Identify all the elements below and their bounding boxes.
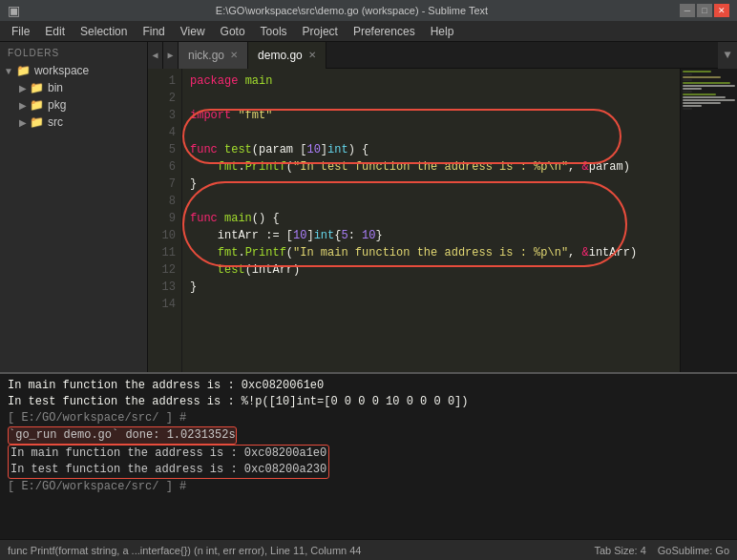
tab-nav-prev[interactable]: ◀ — [148, 42, 163, 69]
main-layout: FOLDERS ▼ 📁 workspace ▶ 📁 bin ▶ 📁 pkg ▶ … — [0, 42, 737, 560]
folder-icon-bin: 📁 — [30, 81, 44, 94]
tab-nav-next[interactable]: ▶ — [163, 42, 179, 69]
menu-project[interactable]: Project — [295, 23, 346, 40]
menu-file[interactable]: File — [4, 23, 37, 40]
menu-help[interactable]: Help — [423, 23, 462, 40]
expand-arrow-bin: ▶ — [19, 83, 27, 93]
menu-selection[interactable]: Selection — [73, 23, 135, 40]
code-content[interactable]: package main import "fmt" func test(para… — [182, 69, 680, 372]
sidebar-label-pkg: pkg — [48, 98, 66, 112]
tab-bar: ◀ ▶ nick.go ✕ demo.go ✕ ▼ — [148, 42, 737, 69]
sidebar-item-pkg[interactable]: ▶ 📁 pkg — [0, 96, 147, 114]
expand-arrow-pkg: ▶ — [19, 100, 27, 111]
status-right: Tab Size: 4 GoSublime: Go — [594, 545, 729, 556]
menu-bar: File Edit Selection Find View Goto Tools… — [0, 21, 737, 42]
sidebar-item-src[interactable]: ▶ 📁 src — [0, 114, 147, 131]
tab-dropdown[interactable]: ▼ — [718, 42, 737, 69]
sidebar-label-src: src — [48, 115, 63, 129]
tab-nick-go[interactable]: nick.go ✕ — [179, 42, 248, 69]
tab-nick-go-label: nick.go — [188, 49, 224, 62]
app-icon: ▣ — [8, 3, 20, 18]
expand-arrow-src: ▶ — [19, 117, 27, 128]
menu-preferences[interactable]: Preferences — [346, 23, 423, 40]
status-info: func Printf(format string, a ...interfac… — [8, 545, 362, 556]
syntax-indicator: GoSublime: Go — [658, 545, 729, 556]
minimize-button[interactable]: ─ — [680, 4, 695, 17]
tab-size-indicator: Tab Size: 4 — [594, 545, 645, 556]
terminal: In main function the address is : 0xc082… — [0, 372, 737, 539]
menu-view[interactable]: View — [173, 23, 213, 40]
tab-nick-go-close[interactable]: ✕ — [230, 50, 238, 60]
tab-demo-go-close[interactable]: ✕ — [308, 50, 316, 60]
folder-icon-src: 📁 — [30, 115, 44, 129]
menu-find[interactable]: Find — [135, 23, 172, 40]
status-bar: func Printf(format string, a ...interfac… — [0, 539, 737, 560]
maximize-button[interactable]: □ — [697, 4, 712, 17]
sidebar-label-bin: bin — [48, 81, 63, 94]
minimap-content — [681, 69, 737, 112]
sidebar-item-workspace[interactable]: ▼ 📁 workspace — [0, 62, 147, 79]
line-numbers: 1 2 3 4 5 6 7 8 9 10 11 12 13 14 — [148, 69, 182, 372]
editor-area: ◀ ▶ nick.go ✕ demo.go ✕ ▼ 1 2 3 4 — [148, 42, 737, 372]
sidebar-label-workspace: workspace — [34, 64, 89, 77]
title-bar: ▣ E:\GO\workspace\src\demo.go (workspace… — [0, 0, 737, 21]
folder-icon-pkg: 📁 — [30, 98, 44, 112]
window-controls: ─ □ ✕ — [680, 4, 729, 17]
tab-demo-go-label: demo.go — [258, 49, 303, 62]
folders-label: FOLDERS — [0, 42, 147, 62]
tab-demo-go[interactable]: demo.go ✕ — [248, 42, 326, 69]
content-area: FOLDERS ▼ 📁 workspace ▶ 📁 bin ▶ 📁 pkg ▶ … — [0, 42, 737, 372]
menu-goto[interactable]: Goto — [213, 23, 253, 40]
menu-edit[interactable]: Edit — [37, 23, 73, 40]
window-title: E:\GO\workspace\src\demo.go (workspace) … — [216, 5, 488, 16]
sidebar-item-bin[interactable]: ▶ 📁 bin — [0, 79, 147, 96]
menu-tools[interactable]: Tools — [253, 23, 295, 40]
minimap — [680, 69, 737, 372]
folder-icon-workspace: 📁 — [16, 64, 31, 77]
terminal-content[interactable]: In main function the address is : 0xc082… — [0, 374, 737, 539]
code-editor: 1 2 3 4 5 6 7 8 9 10 11 12 13 14 package… — [148, 69, 737, 372]
expand-arrow-workspace: ▼ — [4, 66, 13, 76]
sidebar: FOLDERS ▼ 📁 workspace ▶ 📁 bin ▶ 📁 pkg ▶ … — [0, 42, 148, 372]
close-button[interactable]: ✕ — [714, 4, 729, 17]
